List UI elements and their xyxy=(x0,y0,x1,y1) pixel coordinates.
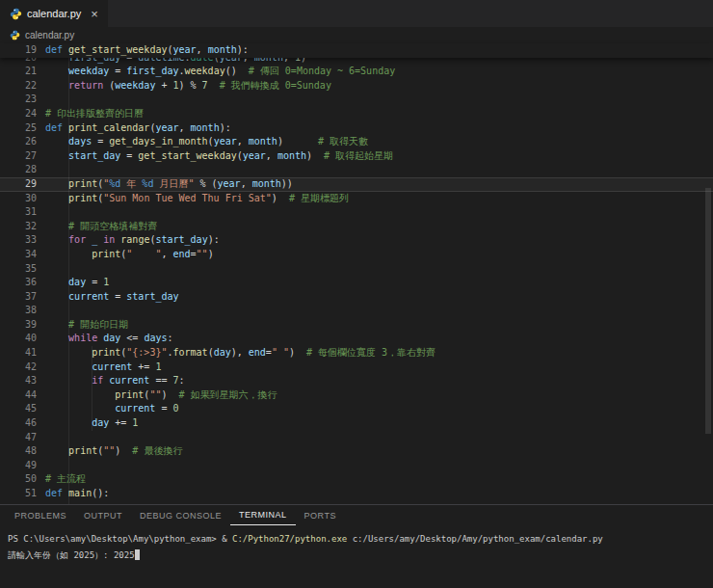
code-line[interactable]: 26 days = get_days_in_month(year, month)… xyxy=(0,135,713,149)
line-number[interactable]: 43 xyxy=(0,374,37,388)
line-number[interactable]: 23 xyxy=(0,93,37,107)
code-text: start_day = get_start_weekday(year, mont… xyxy=(45,149,393,164)
line-number[interactable]: 37 xyxy=(0,290,37,305)
line-number[interactable]: 24 xyxy=(0,107,37,121)
code-token xyxy=(45,389,115,400)
line-number[interactable]: 49 xyxy=(0,459,37,473)
code-token: for xyxy=(68,234,86,245)
line-number[interactable]: 26 xyxy=(0,135,37,149)
code-line[interactable]: 19def get_start_weekday(year, month): xyxy=(0,43,713,58)
code-token: current xyxy=(92,361,132,372)
line-number[interactable]: 22 xyxy=(0,79,37,94)
code-line[interactable]: 49 xyxy=(0,459,713,473)
line-number[interactable]: 44 xyxy=(0,388,37,403)
code-line[interactable]: 44 print("") # 如果到星期六，換行 xyxy=(0,388,713,403)
code-line[interactable]: 36 day = 1 xyxy=(0,276,713,290)
line-number[interactable]: 30 xyxy=(0,192,37,206)
close-icon[interactable]: × xyxy=(91,8,98,20)
code-text: print("{:>3}".format(day), end=" ") # 每個… xyxy=(45,346,436,361)
panel-tab-debug-console[interactable]: DEBUG CONSOLE xyxy=(131,505,230,525)
line-number[interactable]: 38 xyxy=(0,304,37,318)
code-text: return (weekday + 1) % 7 # 我們轉換成 0=Sunda… xyxy=(45,79,331,94)
code-line-current[interactable]: 29 print("%d 年 %d 月日曆" % (year, month)) xyxy=(0,177,713,192)
code-line[interactable]: 39 # 開始印日期 xyxy=(0,318,713,333)
line-number[interactable]: 51 xyxy=(0,487,37,501)
code-line[interactable]: 22 return (weekday + 1) % 7 # 我們轉換成 0=Su… xyxy=(0,79,713,94)
terminal-text: PS C:\Users\amy\Desktop\Amy\python_exam> xyxy=(8,534,222,544)
code-line[interactable]: 20 first_day = datetime.date(year, month… xyxy=(0,58,713,66)
code-token: print xyxy=(68,445,97,456)
code-line[interactable]: 28 xyxy=(0,163,713,177)
line-number[interactable]: 42 xyxy=(0,361,37,375)
code-line[interactable]: 51def main(): xyxy=(0,487,713,501)
code-token: "" xyxy=(197,249,208,259)
code-text: first_day = datetime.date(year, month, 1… xyxy=(45,58,306,66)
code-token xyxy=(45,234,68,245)
code-line[interactable]: 37 current = start_day xyxy=(0,290,713,305)
editor[interactable]: 19def get_start_weekday(year, month): 20… xyxy=(0,43,713,504)
code-line[interactable]: 33 for _ in range(start_day): xyxy=(0,233,713,248)
code-line[interactable]: 42 current += 1 xyxy=(0,361,713,375)
code-line[interactable]: 21 weekday = first_day.weekday() # 傳回 0=… xyxy=(0,65,713,79)
line-number[interactable]: 50 xyxy=(0,472,37,487)
line-number[interactable]: 40 xyxy=(0,332,37,346)
panel-tab-ports[interactable]: PORTS xyxy=(296,505,345,525)
line-number[interactable]: 41 xyxy=(0,346,37,361)
line-number[interactable]: 25 xyxy=(0,121,37,136)
code-line[interactable]: 41 print("{:>3}".format(day), end=" ") #… xyxy=(0,346,713,361)
code-line[interactable]: 43 if current == 7: xyxy=(0,374,713,388)
code-token: get_days_in_month xyxy=(109,136,207,147)
line-number[interactable]: 32 xyxy=(0,220,37,234)
code-line[interactable]: 32 # 開頭空格填補對齊 xyxy=(0,220,713,234)
line-number[interactable]: 33 xyxy=(0,233,37,248)
code-line[interactable]: 50# 主流程 xyxy=(0,472,713,487)
panel-tab-problems[interactable]: PROBLEMS xyxy=(6,505,75,525)
code-line[interactable]: 24# 印出排版整齊的日曆 xyxy=(0,107,713,121)
terminal-output[interactable]: PS C:\Users\amy\Desktop\Amy\python_exam>… xyxy=(0,525,713,564)
line-number[interactable]: 28 xyxy=(0,163,37,177)
code-token: # 如果到星期六，換行 xyxy=(167,389,277,400)
line-number[interactable]: 29 xyxy=(0,177,37,192)
sticky-scroll[interactable]: 19def get_start_weekday(year, month): xyxy=(0,43,713,58)
line-number[interactable]: 21 xyxy=(0,65,37,79)
code-line[interactable]: 45 current = 0 xyxy=(0,402,713,416)
line-number[interactable]: 36 xyxy=(0,276,37,290)
line-number[interactable]: 31 xyxy=(0,205,37,220)
line-number[interactable]: 46 xyxy=(0,416,37,431)
line-number[interactable]: 27 xyxy=(0,149,37,164)
line-number[interactable]: 45 xyxy=(0,402,37,416)
code-line[interactable]: 34 print(" ", end="") xyxy=(0,248,713,262)
code-line[interactable]: 38 xyxy=(0,304,713,318)
panel-tab-terminal[interactable]: TERMINAL xyxy=(230,505,296,525)
panel-tab-output[interactable]: OUTPUT xyxy=(75,505,131,525)
code-line[interactable]: 48 print("") # 最後換行 xyxy=(0,444,713,459)
code-token: # 取得天數 xyxy=(283,136,368,147)
scrollbar-thumb[interactable] xyxy=(705,188,711,434)
editor-scrollbar[interactable] xyxy=(703,43,713,504)
code-line[interactable]: 47 xyxy=(0,431,713,445)
tab-calendar-py[interactable]: calendar.py × xyxy=(0,0,108,27)
terminal-text: & xyxy=(222,534,232,544)
code-token: format xyxy=(173,347,208,358)
code-line[interactable]: 27 start_day = get_start_weekday(year, m… xyxy=(0,149,713,164)
code-token: 1 xyxy=(132,417,138,428)
breadcrumb[interactable]: calendar.py xyxy=(0,27,713,43)
editor-lines[interactable]: 20 first_day = datetime.date(year, month… xyxy=(0,58,713,504)
code-line[interactable]: 40 while day <= days: xyxy=(0,332,713,346)
line-number[interactable]: 47 xyxy=(0,431,37,445)
code-line[interactable]: 46 day += 1 xyxy=(0,416,713,431)
code-line[interactable]: 23 xyxy=(0,93,713,107)
code-token: ( xyxy=(103,80,115,91)
code-text: def get_start_weekday(year, month): xyxy=(45,43,249,58)
code-line[interactable]: 25def print_calendar(year, month): xyxy=(0,121,713,136)
code-line[interactable]: 35 xyxy=(0,262,713,277)
line-number[interactable]: 35 xyxy=(0,262,37,277)
line-number[interactable]: 39 xyxy=(0,318,37,333)
line-number[interactable]: 34 xyxy=(0,248,37,262)
code-line[interactable]: 30 print("Sun Mon Tue Wed Thu Fri Sat") … xyxy=(0,192,713,206)
line-number[interactable]: 48 xyxy=(0,444,37,459)
line-number[interactable]: 19 xyxy=(0,43,37,58)
code-token: 年 xyxy=(120,178,142,189)
line-number[interactable]: 20 xyxy=(0,58,37,66)
code-line[interactable]: 31 xyxy=(0,205,713,220)
